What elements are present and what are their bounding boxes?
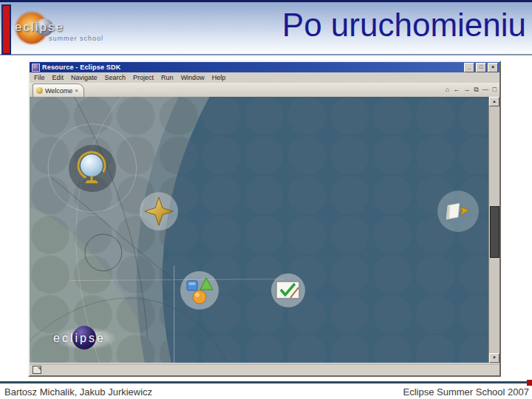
welcome-tab-label: Welcome: [45, 87, 72, 95]
menu-project[interactable]: Project: [133, 74, 154, 81]
minimize-pane-icon[interactable]: —: [482, 85, 489, 94]
close-button[interactable]: ×: [488, 63, 498, 72]
slide: eclipse summer school Po uruchomieniu Re…: [0, 0, 532, 399]
tab-close-icon[interactable]: ×: [75, 88, 78, 94]
tutorials-checklist-icon[interactable]: [271, 273, 305, 307]
logo-subtitle: summer school: [49, 35, 103, 42]
status-bar: [30, 363, 499, 375]
minimize-button[interactable]: _: [464, 63, 474, 72]
menu-search[interactable]: Search: [105, 74, 126, 81]
first-steps-star-icon[interactable]: [140, 192, 178, 231]
menu-bar: File Edit Navigate Search Project Run Wi…: [30, 72, 499, 83]
scrollbar-thumb[interactable]: [490, 206, 499, 258]
menu-window[interactable]: Window: [181, 74, 205, 81]
footer-event: Eclipse Summer School 2007: [403, 386, 529, 398]
welcome-page: eclipse: [30, 97, 488, 363]
footer-red-accent: [527, 380, 532, 386]
menu-edit[interactable]: Edit: [52, 74, 64, 81]
window-titlebar[interactable]: Resource - Eclipse SDK _ □ ×: [30, 62, 499, 72]
back-icon[interactable]: ←: [453, 85, 460, 94]
vertical-scrollbar[interactable]: ▲ ▼: [488, 97, 499, 363]
maximize-pane-icon[interactable]: □: [493, 85, 497, 94]
eclipse-window: Resource - Eclipse SDK _ □ × File Edit N…: [28, 61, 501, 377]
footer-authors: Bartosz Michalik, Jakub Jurkiewicz: [4, 386, 152, 398]
page-title: Po uruchomieniu: [282, 7, 526, 44]
overview-globe-icon[interactable]: [69, 145, 116, 192]
welcome-eclipse-logo[interactable]: eclipse: [40, 319, 132, 358]
workbench-arrow-icon[interactable]: [437, 191, 479, 232]
window-title: Resource - Eclipse SDK: [42, 64, 463, 71]
scroll-up-button[interactable]: ▲: [489, 97, 499, 106]
switch-pane-icon[interactable]: ⧉: [474, 85, 478, 94]
restore-button[interactable]: □: [476, 63, 486, 72]
eclipse-logo-text: eclipse: [53, 332, 106, 345]
menu-navigate[interactable]: Navigate: [71, 74, 98, 81]
home-icon[interactable]: ⌂: [446, 85, 449, 94]
welcome-content-row: eclipse ▲ ▼: [30, 97, 499, 363]
tab-welcome[interactable]: Welcome ×: [33, 83, 84, 97]
menu-run[interactable]: Run: [161, 74, 174, 81]
scrollbar-track[interactable]: [489, 106, 499, 353]
fast-view-icon[interactable]: [33, 366, 41, 374]
editor-tab-bar: Welcome × ⌂ ← → ⧉ — □: [30, 83, 499, 97]
red-accent-bar: [1, 4, 11, 55]
menu-help[interactable]: Help: [212, 74, 226, 81]
eclipse-summer-school-logo: eclipse summer school: [13, 10, 109, 48]
welcome-toolbar: ⌂ ← → ⧉ — □: [446, 85, 497, 94]
menu-file[interactable]: File: [34, 74, 45, 81]
welcome-tab-icon: [36, 87, 43, 94]
footer-divider: [0, 381, 532, 383]
samples-shapes-icon[interactable]: [180, 271, 219, 310]
scroll-down-button[interactable]: ▼: [489, 353, 499, 363]
forward-icon[interactable]: →: [463, 85, 470, 94]
slide-header: eclipse summer school Po uruchomieniu: [0, 0, 532, 55]
logo-brand-text: eclipse: [15, 20, 96, 35]
app-icon: [32, 64, 40, 72]
